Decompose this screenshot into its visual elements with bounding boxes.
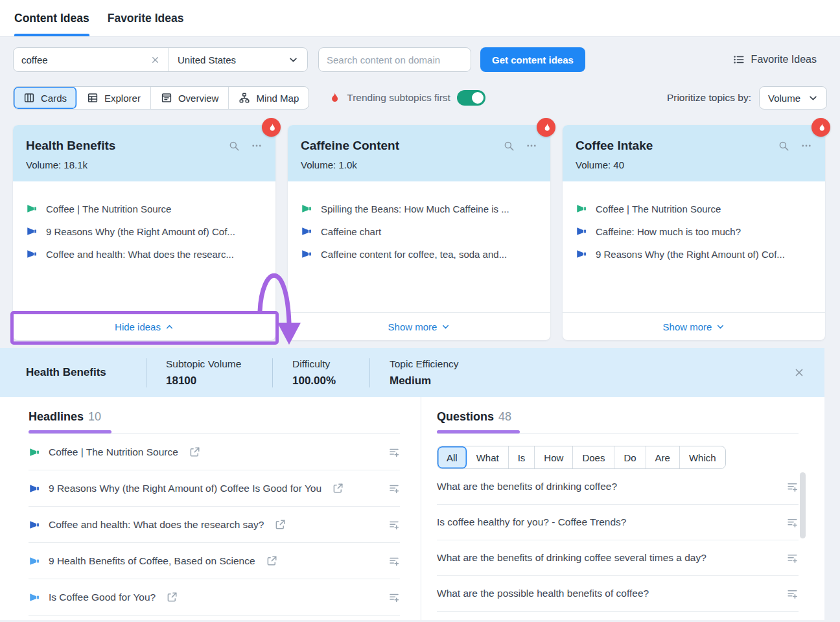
trending-label: Trending subtopics first [347, 92, 450, 104]
idea-link[interactable]: 9 Reasons Why (the Right Amount of) Cof.… [576, 248, 812, 260]
question-filter-all[interactable]: All [438, 446, 467, 468]
external-link-button[interactable] [274, 519, 286, 531]
prioritize-select-value: Volume [768, 93, 800, 104]
card-header: Coffee IntakeVolume: 40 [563, 125, 825, 181]
card-search-button[interactable] [778, 140, 789, 152]
question-filter-which[interactable]: Which [680, 446, 725, 468]
headline-text: 9 Reasons Why (the Right Amount of) Coff… [49, 483, 321, 494]
idea-text: 9 Reasons Why (the Right Amount of) Cof.… [46, 226, 235, 237]
keyword-input-group: United States [13, 47, 308, 72]
trending-toggle[interactable] [457, 90, 485, 106]
question-filter-are[interactable]: Are [646, 446, 680, 468]
view-tab-label: Explorer [104, 93, 141, 104]
stat-label: Difficulty [292, 358, 369, 370]
add-to-list-button[interactable] [786, 481, 799, 493]
prioritize-group: Prioritize topics by: Volume [667, 86, 827, 109]
add-to-list-button[interactable] [388, 555, 400, 567]
external-link-icon [266, 555, 277, 567]
scrollbar-thumb[interactable] [800, 472, 806, 538]
clear-keyword-button[interactable] [150, 55, 160, 65]
get-content-ideas-button[interactable]: Get content ideas [480, 47, 585, 72]
idea-link[interactable]: Coffee | The Nutrition Source [576, 203, 812, 214]
idea-link[interactable]: Coffee | The Nutrition Source [26, 203, 262, 214]
external-link-button[interactable] [189, 446, 200, 458]
keyword-input[interactable] [21, 54, 150, 65]
view-tab-cards[interactable]: Cards [14, 87, 77, 109]
megaphone-icon [29, 446, 40, 458]
external-link-button[interactable] [266, 555, 277, 567]
add-to-list-button[interactable] [388, 483, 400, 494]
search-icon [778, 140, 789, 152]
topic-card-coffee-intake: Coffee IntakeVolume: 40Coffee | The Nutr… [563, 125, 825, 340]
card-search-button[interactable] [228, 140, 240, 152]
idea-link[interactable]: Coffee and health: What does the researc… [26, 248, 262, 260]
headline-item: 9 Health Benefits of Coffee, Based on Sc… [29, 543, 400, 579]
favorite-ideas-link-label: Favorite Ideas [751, 54, 817, 65]
show-more-button[interactable]: Show more [563, 312, 825, 340]
card-footer-label: Show more [388, 321, 438, 332]
card-menu-button[interactable] [526, 140, 537, 152]
ellipsis-icon [800, 140, 812, 152]
question-filter-do[interactable]: Do [614, 446, 646, 468]
stat-label: Topic Efficiency [390, 358, 506, 370]
card-menu-button[interactable] [251, 140, 262, 152]
question-filter-is[interactable]: Is [509, 446, 535, 468]
question-item: Is coffee healthy for you? - Coffee Tren… [437, 505, 799, 540]
add-to-list-button[interactable] [388, 519, 400, 531]
view-tab-overview[interactable]: Overview [151, 87, 229, 109]
view-tab-label: Overview [178, 93, 219, 104]
ellipsis-icon [251, 140, 262, 152]
idea-link[interactable]: 9 Reasons Why (the Right Amount of) Cof.… [26, 225, 262, 237]
headline-text: Coffee and health: What does the researc… [49, 519, 264, 531]
add-to-list-button[interactable] [388, 592, 400, 603]
cards-icon [23, 92, 35, 104]
card-menu-button[interactable] [800, 140, 812, 152]
megaphone-icon [26, 203, 38, 214]
chevron-down-icon [288, 55, 298, 65]
headline-item: Coffee and health: What does the researc… [29, 507, 400, 543]
question-filter-does[interactable]: Does [573, 446, 614, 468]
question-item: What are the benefits of drinking coffee… [437, 469, 799, 505]
tab-favorite-ideas[interactable]: Favorite Ideas [108, 0, 184, 36]
favorite-ideas-link[interactable]: Favorite Ideas [733, 54, 817, 65]
add-to-list-button[interactable] [388, 446, 400, 458]
question-filter-how[interactable]: How [535, 446, 573, 468]
headlines-header: Headlines10 [29, 397, 400, 434]
table-icon [87, 92, 99, 104]
trending-toggle-group: Trending subtopics first [327, 90, 485, 106]
tab-content-ideas[interactable]: Content Ideas [14, 0, 89, 36]
card-header: Health BenefitsVolume: 18.1k [13, 125, 275, 181]
topic-card-caffeine-content: Caffeine ContentVolume: 1.0kSpilling the… [288, 125, 550, 340]
external-link-button[interactable] [166, 592, 178, 603]
external-link-button[interactable] [332, 483, 344, 494]
headline-item: 9 Reasons Why (the Right Amount of) Coff… [29, 470, 400, 507]
domain-search-input[interactable] [318, 47, 471, 72]
view-tab-label: Mind Map [256, 93, 299, 104]
keyword-field-wrap [14, 48, 169, 71]
idea-link[interactable]: Caffeine content for coffee, tea, soda a… [301, 248, 537, 260]
show-more-button[interactable]: Show more [288, 312, 550, 340]
idea-link[interactable]: Spilling the Beans: How Much Caffeine is… [301, 203, 537, 214]
view-tab-mind-map[interactable]: Mind Map [229, 87, 309, 109]
add-to-list-button[interactable] [786, 552, 799, 564]
question-filter-what[interactable]: What [467, 446, 509, 468]
question-text: What are the possible health benefits of… [437, 588, 649, 599]
add-to-list-button[interactable] [786, 516, 799, 529]
view-tab-explorer[interactable]: Explorer [77, 87, 151, 109]
card-ideas: Coffee | The Nutrition Source9 Reasons W… [13, 181, 275, 312]
idea-link[interactable]: Caffeine chart [301, 225, 537, 237]
country-select[interactable]: United States [169, 48, 307, 71]
megaphone-icon [576, 225, 587, 237]
card-search-button[interactable] [503, 140, 515, 152]
close-panel-button[interactable] [793, 367, 805, 378]
mindmap-icon [239, 92, 250, 104]
idea-link[interactable]: Caffeine: How much is too much? [576, 225, 812, 237]
add-to-list-button[interactable] [786, 588, 799, 600]
hide-ideas-button[interactable]: Hide ideas [13, 312, 275, 340]
search-icon [503, 140, 515, 152]
chevron-up-icon [165, 323, 174, 331]
list-icon [733, 54, 745, 65]
prioritize-select[interactable]: Volume [759, 86, 827, 109]
headlines-column: Headlines10 Coffee | The Nutrition Sourc… [0, 397, 421, 620]
stat-value: 100.00% [292, 374, 369, 387]
